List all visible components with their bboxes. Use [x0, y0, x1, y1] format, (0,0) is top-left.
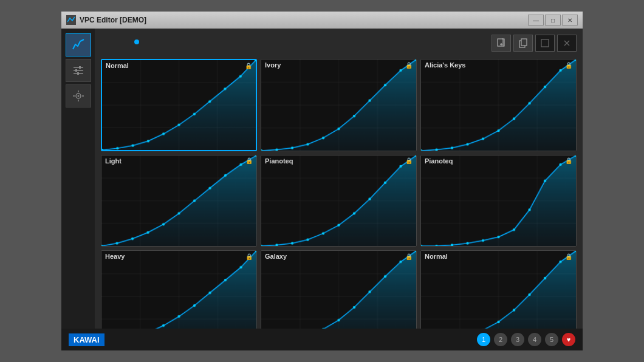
curve-canvas-7: [101, 251, 256, 329]
preset-card-1[interactable]: Normal🔒: [101, 59, 257, 151]
svg-rect-17: [541, 39, 549, 47]
status-dot: [134, 39, 139, 44]
delete-button[interactable]: [557, 35, 577, 52]
preset-name-8: Galaxy: [265, 253, 287, 260]
page-dot-3[interactable]: 3: [511, 333, 524, 346]
preset-header-2: Ivory🔒: [261, 60, 416, 70]
page-dot-5[interactable]: 5: [545, 333, 558, 346]
preset-header-6: Pianoteq🔒: [421, 155, 576, 166]
sidebar: [61, 29, 95, 329]
title-bar: VPC Editor [DEMO] — □ ✕: [61, 12, 583, 29]
kawai-logo: KAWAI: [69, 333, 104, 346]
curve-canvas-3: [421, 60, 576, 151]
preset-header-3: Alicia's Keys🔒: [421, 60, 576, 70]
preset-name-7: Heavy: [105, 253, 125, 260]
page-dot-♥[interactable]: ♥: [562, 333, 575, 346]
preset-card-3[interactable]: Alicia's Keys🔒: [420, 59, 577, 151]
window-controls: — □ ✕: [528, 15, 578, 26]
curve-canvas-2: [261, 60, 416, 151]
bottom-bar: KAWAI 12345♥: [61, 329, 583, 350]
preset-header-9: Normal🔒: [421, 251, 576, 262]
curve-canvas-6: [421, 155, 576, 247]
preset-card-6[interactable]: Pianoteq🔒: [420, 155, 577, 247]
lock-icon-8: 🔒: [405, 253, 413, 260]
copy-button[interactable]: [513, 35, 533, 52]
preset-header-4: Light🔒: [101, 155, 256, 166]
lock-icon-3: 🔒: [565, 62, 572, 69]
preset-header-8: Galaxy🔒: [261, 251, 416, 262]
window-icon: [66, 15, 76, 25]
svg-rect-16: [521, 39, 527, 46]
preset-name-5: Pianoteq: [265, 157, 293, 165]
save-button[interactable]: [535, 35, 555, 52]
preset-name-4: Light: [105, 157, 122, 165]
top-toolbar: [492, 35, 577, 52]
curve-canvas-5: [261, 155, 416, 247]
preset-name-9: Normal: [425, 253, 448, 260]
preset-card-8[interactable]: Galaxy🔒: [261, 250, 417, 329]
curve-canvas-1: [102, 60, 256, 150]
page-dot-1[interactable]: 1: [477, 333, 490, 346]
preset-header-1: Normal🔒: [102, 60, 256, 71]
preset-card-2[interactable]: Ivory🔒: [261, 59, 417, 151]
new-button[interactable]: [492, 35, 511, 52]
preset-card-4[interactable]: Light🔒: [101, 155, 257, 247]
lock-icon-4: 🔒: [245, 157, 253, 164]
preset-name-3: Alicia's Keys: [425, 61, 465, 69]
curve-canvas-9: [421, 251, 576, 329]
sidebar-item-settings[interactable]: [66, 84, 91, 108]
sidebar-item-curves[interactable]: [66, 33, 91, 56]
page-dot-4[interactable]: 4: [528, 333, 541, 346]
preset-name-1: Normal: [106, 62, 129, 69]
preset-header-5: Pianoteq🔒: [261, 155, 416, 166]
sidebar-item-equalizer[interactable]: [66, 59, 91, 82]
lock-icon-1: 🔒: [245, 63, 252, 69]
preset-name-6: Pianoteq: [425, 157, 453, 165]
preset-header-7: Heavy🔒: [101, 251, 256, 262]
preset-card-7[interactable]: Heavy🔒: [101, 250, 257, 329]
pagination: 12345♥: [477, 333, 575, 346]
lock-icon-5: 🔒: [405, 157, 413, 164]
preset-card-5[interactable]: Pianoteq🔒: [261, 155, 417, 247]
page-dot-2[interactable]: 2: [494, 333, 507, 346]
minimize-button[interactable]: —: [528, 15, 544, 26]
preset-card-9[interactable]: Normal🔒: [420, 250, 577, 329]
lock-icon-2: 🔒: [405, 62, 413, 69]
main-window: VPC Editor [DEMO] — □ ✕: [61, 11, 583, 351]
svg-rect-5: [77, 72, 79, 75]
svg-rect-4: [79, 66, 81, 69]
lock-icon-6: 🔒: [565, 157, 572, 164]
svg-point-7: [77, 95, 79, 97]
content-area: Normal🔒Ivory🔒Alicia's Keys🔒Light🔒Pianote…: [95, 29, 583, 329]
preset-grid: Normal🔒Ivory🔒Alicia's Keys🔒Light🔒Pianote…: [101, 59, 577, 329]
svg-rect-3: [75, 69, 77, 72]
curve-canvas-8: [261, 251, 416, 329]
lock-icon-7: 🔒: [245, 253, 253, 260]
curve-canvas-4: [101, 155, 256, 247]
main-area: Normal🔒Ivory🔒Alicia's Keys🔒Light🔒Pianote…: [61, 29, 583, 329]
close-button[interactable]: ✕: [562, 15, 578, 26]
window-title: VPC Editor [DEMO]: [80, 16, 524, 24]
preset-name-2: Ivory: [265, 61, 281, 69]
maximize-button[interactable]: □: [545, 15, 561, 26]
svg-rect-12: [498, 39, 503, 46]
lock-icon-9: 🔒: [565, 253, 572, 260]
